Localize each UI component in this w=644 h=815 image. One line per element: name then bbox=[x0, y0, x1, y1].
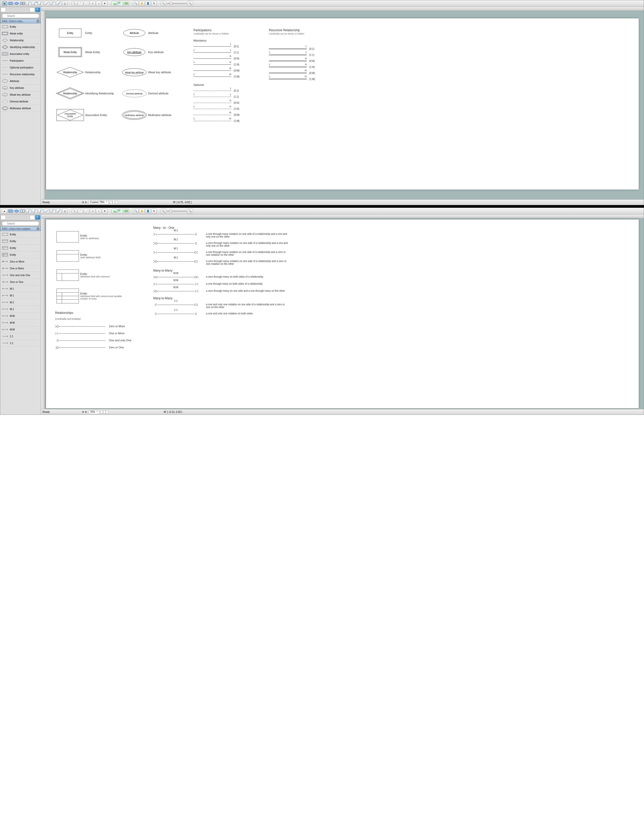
shape-0[interactable]: Entity bbox=[55, 28, 85, 37]
library-item[interactable]: Optional participation bbox=[0, 64, 41, 71]
attr-shape-0[interactable]: Attribute bbox=[121, 29, 148, 37]
library-item[interactable]: M:M bbox=[0, 326, 41, 333]
ellipse-tool[interactable] bbox=[14, 209, 19, 214]
group-tool-3[interactable] bbox=[124, 1, 129, 6]
zoom-in[interactable]: 🔍 bbox=[187, 1, 193, 6]
page-next[interactable]: ▶ bbox=[85, 201, 89, 204]
group-tool-1[interactable] bbox=[112, 1, 117, 6]
library-item[interactable]: Zero or One bbox=[0, 278, 41, 285]
library-item[interactable]: Recursive relationship bbox=[0, 71, 41, 78]
attr-shape-3[interactable]: Derived attribute bbox=[121, 89, 148, 98]
rel-line[interactable]: M:1 bbox=[153, 251, 198, 254]
library-item[interactable]: Derived attribute bbox=[0, 98, 41, 105]
zoom-in[interactable]: 🔍 bbox=[187, 209, 193, 214]
page-prev[interactable]: ◀ bbox=[82, 410, 85, 414]
shape-4[interactable]: AssociativeEntity bbox=[55, 109, 85, 121]
connector-tool-1[interactable] bbox=[26, 1, 31, 6]
grid-view-btn[interactable] bbox=[30, 8, 35, 12]
connector-tool-5[interactable] bbox=[50, 1, 55, 6]
page-layout-1[interactable] bbox=[100, 411, 103, 414]
ellipse-tool[interactable] bbox=[14, 1, 19, 6]
participation-row[interactable]: M (0:M) bbox=[193, 112, 264, 117]
library-item[interactable]: Multivalue attribute bbox=[0, 105, 41, 112]
table-tool[interactable] bbox=[20, 1, 25, 6]
library-item[interactable]: M:1 bbox=[0, 299, 41, 306]
connector-tool-2[interactable] bbox=[32, 1, 37, 6]
eyedropper-tool[interactable]: ✎ bbox=[151, 209, 157, 214]
zoom-out[interactable]: 🔍 bbox=[161, 209, 166, 214]
line-tool-6[interactable]: ✦ bbox=[102, 1, 107, 6]
tree-view-btn[interactable] bbox=[1, 8, 6, 12]
library-item[interactable]: Entity bbox=[0, 231, 41, 238]
participation-row[interactable]: M (0:M) bbox=[193, 68, 264, 73]
library-item[interactable]: M:M bbox=[0, 320, 41, 326]
page-prev[interactable]: ◀ bbox=[82, 201, 85, 204]
hand-tool[interactable]: ✋ bbox=[139, 1, 145, 6]
grid-view-btn[interactable] bbox=[30, 215, 35, 220]
connector-tool-3[interactable] bbox=[38, 1, 43, 6]
library-item[interactable]: Entity bbox=[0, 238, 41, 244]
search-input[interactable] bbox=[2, 221, 39, 226]
close-library-icon[interactable]: × bbox=[37, 227, 40, 230]
shape-3[interactable]: Relationship bbox=[55, 87, 85, 99]
rel-line[interactable] bbox=[55, 339, 106, 342]
line-tool-1[interactable]: ╲ bbox=[72, 209, 77, 214]
library-item[interactable]: 1:1 bbox=[0, 340, 41, 347]
search-toggle[interactable]: 🔍 bbox=[35, 215, 40, 220]
page-next[interactable]: ▶ bbox=[85, 410, 89, 414]
rect-tool[interactable] bbox=[8, 1, 13, 6]
connector-tool-1[interactable] bbox=[26, 209, 31, 214]
participation-row[interactable]: 11 (1:1) bbox=[193, 94, 264, 99]
zoom-control[interactable]: Custom 79%⌃ bbox=[89, 200, 109, 205]
connector-tool-2[interactable] bbox=[32, 209, 37, 214]
connector-tool-6[interactable] bbox=[56, 1, 61, 6]
attr-shape-4[interactable]: Multivalue attribute bbox=[121, 110, 148, 120]
close-library-icon[interactable]: × bbox=[37, 20, 40, 23]
participation-row[interactable]: 1 (0:1) bbox=[193, 88, 264, 93]
library-item[interactable]: One and only One bbox=[0, 272, 41, 278]
zoom-control[interactable]: 75%⌃ bbox=[89, 410, 100, 414]
connector-tool-5[interactable] bbox=[50, 209, 55, 214]
page-layout-3[interactable] bbox=[106, 411, 109, 414]
text-tool[interactable]: ◻ bbox=[62, 1, 67, 6]
group-tool-1[interactable] bbox=[112, 209, 117, 214]
entity-shape[interactable] bbox=[55, 250, 80, 262]
connector-tool-4[interactable] bbox=[44, 1, 49, 6]
page-layout-2[interactable] bbox=[112, 201, 115, 204]
participation-row[interactable]: 1 (0:1) bbox=[193, 44, 264, 49]
library-item[interactable]: Entity bbox=[0, 251, 41, 258]
library-header[interactable]: ERD, crow's foot notation × bbox=[0, 226, 41, 231]
participation-row[interactable]: 1M (1:M) bbox=[269, 77, 339, 81]
participation-row[interactable]: 11 (1:1) bbox=[193, 50, 264, 55]
table-tool[interactable] bbox=[20, 209, 25, 214]
participation-row[interactable]: 11 (1:1) bbox=[269, 52, 339, 57]
line-tool-2[interactable]: ⌒ bbox=[78, 1, 83, 6]
line-tool-1[interactable]: ╲ bbox=[72, 1, 77, 6]
line-tool-5[interactable]: ⫞ bbox=[96, 1, 101, 6]
rel-line[interactable]: M:M bbox=[153, 289, 198, 293]
participation-row[interactable]: N (0:N) bbox=[269, 58, 339, 63]
library-header[interactable]: ERD, Chen's nota... × bbox=[0, 19, 41, 23]
library-item[interactable]: 1:1 bbox=[0, 333, 41, 340]
group-tool-2[interactable] bbox=[118, 209, 123, 214]
participation-row[interactable]: 1 (0:1) bbox=[269, 46, 339, 51]
library-item[interactable]: Participation bbox=[0, 57, 41, 64]
tree-view-btn[interactable] bbox=[1, 215, 6, 220]
participation-row[interactable]: M (0:M) bbox=[269, 71, 339, 75]
line-tool-3[interactable]: ⋰ bbox=[84, 209, 89, 214]
library-item[interactable]: Entity bbox=[0, 244, 41, 251]
attr-shape-2[interactable]: Weak key attribute bbox=[121, 68, 148, 77]
pointer-tool[interactable]: ▸ bbox=[2, 1, 7, 6]
rel-line[interactable] bbox=[55, 332, 106, 335]
library-item[interactable]: Weak entity bbox=[0, 30, 41, 37]
page-layout-1[interactable] bbox=[110, 201, 112, 204]
library-item[interactable]: M:1 bbox=[0, 292, 41, 299]
eyedropper-tool[interactable]: ✎ bbox=[151, 1, 157, 6]
participation-row[interactable]: 1M (1:M) bbox=[193, 74, 264, 79]
library-item[interactable]: One or More bbox=[0, 265, 41, 272]
stamp-tool[interactable]: 👤 bbox=[145, 1, 151, 6]
line-tool-4[interactable]: ⊹ bbox=[90, 209, 95, 214]
connector-tool-4[interactable] bbox=[44, 209, 49, 214]
line-tool-2[interactable]: ⌒ bbox=[78, 209, 83, 214]
group-tool-3[interactable] bbox=[124, 209, 129, 214]
